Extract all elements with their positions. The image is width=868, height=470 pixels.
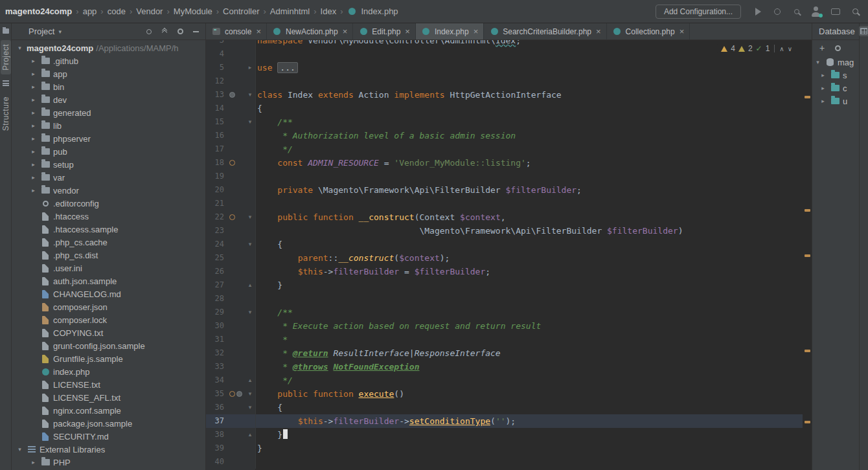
warning-stripe-mark[interactable] — [805, 421, 810, 423]
tree-item[interactable]: ▸var — [12, 171, 205, 184]
tree-item[interactable]: ▸bin — [12, 80, 205, 93]
code-line[interactable]: 12 — [206, 74, 803, 88]
chevron-right-icon[interactable]: ▸ — [819, 98, 827, 104]
tree-item[interactable]: ▾External Libraries — [12, 443, 205, 456]
tree-item[interactable]: .user.ini — [12, 262, 205, 274]
screen-share-icon[interactable] — [828, 5, 843, 19]
chevron-right-icon[interactable]: ▸ — [29, 122, 38, 129]
chevron-right-icon[interactable]: ▸ — [29, 71, 38, 77]
line-number[interactable]: 31 — [206, 333, 228, 346]
code-line[interactable]: 35▾ public function execute() — [206, 387, 803, 401]
chevron-down-icon[interactable]: ▾ — [814, 59, 822, 65]
class-marker-icon[interactable] — [229, 92, 235, 98]
inspections-widget[interactable]: 4 2 ✓ 1 ∧ ∨ — [717, 43, 796, 54]
code-line[interactable]: 14{ — [206, 102, 803, 115]
line-number[interactable]: 37 — [206, 414, 228, 428]
breadcrumb-item[interactable]: Adminhtml — [270, 6, 310, 16]
line-number[interactable]: 40 — [206, 455, 228, 469]
database-tree-item[interactable]: ▸s — [812, 69, 859, 82]
override-marker-icon[interactable] — [229, 391, 235, 397]
add-datasource-icon[interactable]: + — [816, 43, 828, 53]
tree-item[interactable]: .php_cs.cache — [12, 236, 205, 249]
warning-stripe-mark[interactable] — [805, 350, 810, 352]
chevron-right-icon[interactable]: ▸ — [29, 161, 38, 168]
close-icon[interactable]: × — [680, 27, 685, 36]
line-number[interactable]: 3 — [206, 40, 228, 47]
chevron-right-icon[interactable]: ▸ — [29, 174, 38, 181]
tree-item[interactable]: ▸phpserver — [12, 132, 205, 145]
line-number[interactable]: 20 — [206, 183, 228, 197]
code-line[interactable]: 17 */ — [206, 142, 803, 156]
tree-item[interactable]: ▸lib — [12, 119, 205, 132]
chevron-right-icon[interactable]: ▸ — [819, 85, 827, 91]
tree-item[interactable]: ▸setup — [12, 158, 205, 171]
code-line[interactable]: 4 — [206, 47, 803, 61]
line-number[interactable]: 34 — [206, 374, 228, 387]
breadcrumb-item[interactable]: Controller — [223, 6, 259, 16]
code-line[interactable]: 26 $this->filterBuilder = $filterBuilder… — [206, 265, 803, 278]
database-tree-item[interactable]: ▸c — [812, 82, 859, 95]
override-marker-icon[interactable] — [229, 214, 235, 220]
tree-item[interactable]: COPYING.txt — [12, 326, 205, 339]
code-line[interactable]: 36▾ { — [206, 401, 803, 414]
breadcrumb-item[interactable]: magento24comp — [5, 6, 72, 16]
project-tool-button[interactable]: Project — [1, 40, 11, 74]
tree-item[interactable]: grunt-config.json.sample — [12, 339, 205, 352]
line-number[interactable]: 38 — [206, 428, 228, 442]
editor-tab[interactable]: NewAction.php× — [267, 23, 353, 39]
breadcrumb-item[interactable]: Index.php — [361, 6, 398, 16]
user-icon[interactable] — [808, 5, 824, 19]
line-number[interactable]: 28 — [206, 292, 228, 306]
line-number[interactable]: 13 — [206, 88, 228, 102]
chevron-down-icon[interactable]: ▾ — [16, 45, 24, 51]
chevron-right-icon[interactable]: ▸ — [29, 187, 38, 194]
chevron-right-icon[interactable]: ▸ — [29, 96, 38, 103]
search-icon[interactable] — [847, 5, 863, 19]
fold-end-icon[interactable]: ▴ — [245, 374, 255, 387]
tree-item[interactable]: ▸dev — [12, 93, 205, 106]
tree-item[interactable]: .htaccess.sample — [12, 223, 205, 236]
line-number[interactable]: 21 — [206, 197, 228, 210]
code-line[interactable]: 23 \Magento\Framework\Api\FilterBuilder … — [206, 224, 803, 238]
tree-item[interactable]: Gruntfile.js.sample — [12, 352, 205, 365]
code-line[interactable]: 29▾ /** — [206, 306, 803, 319]
line-number[interactable]: 35 — [206, 387, 228, 401]
fold-down-icon[interactable]: ▾ — [245, 387, 255, 401]
tree-item[interactable]: ▸PHP — [12, 456, 205, 469]
tree-item[interactable]: CHANGELOG.md — [12, 287, 205, 300]
tree-item[interactable]: index.php — [12, 365, 205, 378]
tree-item[interactable]: ▸pub — [12, 145, 205, 158]
tree-item[interactable]: package.json.sample — [12, 417, 205, 430]
warning-stripe-mark[interactable] — [805, 254, 810, 257]
line-number[interactable]: 33 — [206, 360, 228, 374]
run-icon[interactable] — [750, 5, 766, 19]
code-line[interactable]: 18 const ADMIN_RESOURCE = 'Vendor_MyModu… — [206, 156, 803, 170]
editor-tab[interactable]: Collection.php× — [607, 23, 691, 39]
tree-item[interactable]: ▸app — [12, 67, 205, 80]
close-icon[interactable]: × — [474, 27, 479, 36]
fold-down-icon[interactable]: ▾ — [245, 210, 255, 224]
code-line[interactable]: 22▾ public function __construct(Context … — [206, 210, 803, 224]
next-issue-icon[interactable]: ∨ — [788, 45, 792, 52]
code-line[interactable]: 19 — [206, 170, 803, 183]
chevron-down-icon[interactable]: ▾ — [16, 446, 24, 453]
line-number[interactable]: 39 — [206, 442, 228, 455]
tree-item[interactable]: ▸vendor — [12, 184, 205, 197]
code-line[interactable]: 38▴ } — [206, 428, 803, 442]
close-icon[interactable]: × — [405, 27, 410, 36]
line-number[interactable]: 24 — [206, 238, 228, 251]
line-number[interactable]: 4 — [206, 47, 228, 61]
hide-panel-icon[interactable] — [190, 27, 201, 37]
line-number[interactable]: 26 — [206, 265, 228, 278]
line-number[interactable]: 29 — [206, 306, 228, 319]
chevron-right-icon[interactable]: ▸ — [29, 135, 38, 142]
debug-icon[interactable] — [770, 5, 785, 19]
code-line[interactable]: 20 private \Magento\Framework\Api\Filter… — [206, 183, 803, 197]
line-number[interactable]: 36 — [206, 401, 228, 414]
code-line[interactable]: 37 $this->filterBuilder->setConditionTyp… — [206, 414, 803, 428]
settings-gear-icon[interactable] — [174, 27, 186, 37]
line-number[interactable]: 5 — [206, 61, 228, 74]
line-number[interactable]: 25 — [206, 251, 228, 265]
editor-tab[interactable]: Index.php× — [416, 23, 484, 39]
code-line[interactable]: 33 * @throws NotFoundException — [206, 360, 803, 374]
